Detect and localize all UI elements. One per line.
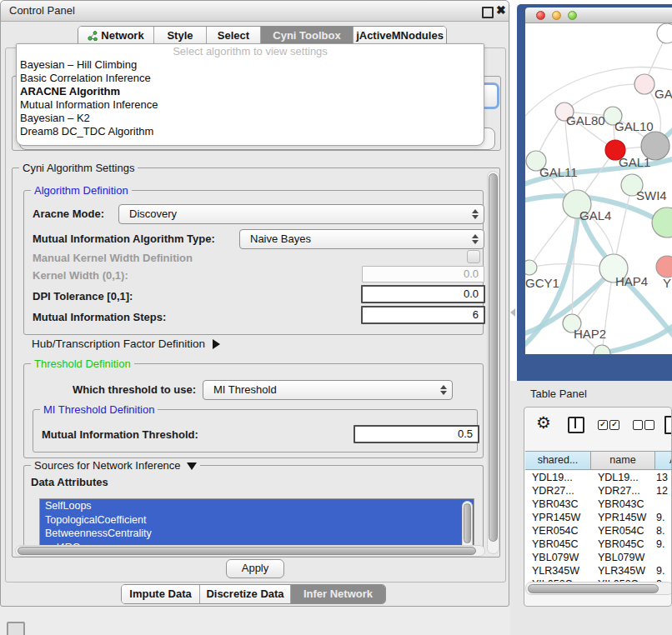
import-table-icon[interactable] [664,416,672,434]
column-header-shared-name[interactable]: shared... [525,451,591,470]
cell-name: YBR043C [598,498,653,511]
network-node[interactable] [652,208,672,238]
dpi-tolerance-input[interactable]: 0.0 [361,285,485,303]
settings-group-title: Cyni Algorithm Settings [19,162,138,174]
popup-item-basic-correlation[interactable]: Basic Correlation Inference [17,72,484,85]
collapse-down-icon[interactable] [187,462,197,470]
settings-vertical-scrollbar-thumb[interactable] [489,173,498,542]
sources-group-label: Sources for Network Inference [34,459,181,472]
cell-extra: 13 [656,471,672,484]
network-canvas[interactable]: GALGAL80GAL10GAL1GAL11SWI4GAL4GCY1HAP4YH… [525,23,672,354]
splitter-collapse-icon[interactable] [510,308,515,317]
cell-name: YLR345W [598,564,653,578]
table-row[interactable]: YER054CYER054C8. [525,524,672,538]
popup-item-bayesian-hill-climbing[interactable]: Bayesian – Hill Climbing [17,58,484,72]
table-row[interactable]: YLR345WYLR345W9. [525,564,672,578]
cell-shared-name: YDL19... [532,471,587,484]
network-node-label: GAL11 [539,165,578,179]
cell-extra: 8. [656,524,672,538]
threshold-definition-group: Threshold Definition Which threshold to … [23,363,484,458]
close-traffic-light-icon[interactable] [536,11,545,20]
minimize-traffic-light-icon[interactable] [552,11,561,20]
manual-kernel-checkbox[interactable] [467,250,480,263]
checked-checkbox-icon[interactable] [609,420,619,430]
dpi-tolerance-label: DPI Tolerance [0,1]: [33,290,133,302]
table-row[interactable]: YBR045CYBR045C9. [525,538,672,551]
data-attributes-label: Data Attributes [31,476,108,488]
tab-impute-data[interactable]: Impute Data [122,585,200,604]
popup-item-bayesian-k2[interactable]: Bayesian – K2 [17,112,484,125]
table-row[interactable]: YBL079WYBL079W [525,551,672,564]
unchecked-checkbox-icon[interactable] [644,420,654,430]
table-panel-title: Table Panel [530,388,587,400]
cell-name: YBL079W [598,551,653,564]
unchecked-checkbox-icon[interactable] [633,420,643,430]
expand-right-icon [213,339,220,349]
network-node-label: Y [663,276,671,290]
list-item-selfloops[interactable]: SelfLoops [40,499,474,513]
cell-name: YDL19... [598,471,653,484]
control-panel-titlebar: Control Panel [1,1,509,22]
settings-horizontal-scrollbar-thumb[interactable] [18,547,476,555]
aracne-mode-combobox[interactable]: Discovery [118,204,484,224]
list-item-betweennesscentrality[interactable]: BetweennessCentrality [40,527,474,541]
table-horizontal-scrollbar-thumb[interactable] [528,584,659,593]
cell-name: YBR045C [598,538,653,551]
tab-style-label: Style [167,29,193,42]
settings-vertical-scrollbar[interactable] [487,171,499,554]
mit-input[interactable]: 0.5 [354,425,479,443]
network-node[interactable] [656,256,672,278]
hub-definition-expander[interactable]: Hub/Transcription Factor Definition [32,338,220,350]
network-node[interactable] [594,345,610,354]
checked-checkbox-icon[interactable] [598,420,608,430]
mi-type-combobox[interactable]: Naive Bayes [239,229,484,249]
mi-threshold-definition-group: MI Threshold Definition Mutual Informati… [33,409,478,452]
table-row[interactable]: YBR043CYBR043C [525,498,672,511]
popup-item-dream8[interactable]: Dream8 DC_TDC Algorithm [17,125,484,138]
dock-grid-icon[interactable] [7,622,25,635]
network-node[interactable] [657,23,672,43]
cell-extra: 9. [656,564,672,578]
network-node-label: GAL1 [619,155,650,169]
mi-type-value: Naive Bayes [250,230,311,248]
tab-cyni-toolbox-label: Cyni Toolbox [273,29,340,42]
columns-icon[interactable] [568,417,584,433]
popup-item-mutual-information[interactable]: Mutual Information Inference [17,98,484,112]
table-body: YDL19...YDL19...13 YDR27...YDR27...12 YB… [525,471,672,588]
algorithm-popup: Select algorithm to view settings Bayesi… [16,43,484,146]
cell-shared-name: YBL079W [532,551,587,564]
settings-horizontal-scrollbar[interactable] [15,545,485,557]
window-title: Control Panel [9,4,75,17]
mi-steps-input[interactable]: 6 [361,306,485,324]
network-view-window: GALGAL80GAL10GAL1GAL11SWI4GAL4GCY1HAP4YH… [517,4,672,381]
table-row[interactable]: YDL19...YDL19...13 [525,471,672,484]
table-row[interactable]: YDR27...YDR27...12 [525,484,672,498]
list-vertical-scrollbar-thumb[interactable] [464,503,471,543]
table-panel: Table Panel shared... name A YDL19...YDL… [510,381,672,635]
table-row[interactable]: YPR145WYPR145W9. [525,511,672,524]
tab-impute-data-label: Impute Data [129,588,191,600]
network-node[interactable] [634,74,654,94]
popup-item-aracne[interactable]: ARACNE Algorithm [17,85,484,98]
network-node[interactable] [525,260,537,275]
list-item-topologicalcoefficient[interactable]: TopologicalCoefficient [40,513,474,528]
which-threshold-combobox[interactable]: MI Threshold [203,380,453,400]
apply-button[interactable]: Apply [226,559,284,578]
float-window-icon[interactable] [482,7,494,18]
network-graph: GALGAL80GAL10GAL1GAL11SWI4GAL4GCY1HAP4YH… [525,23,672,354]
close-icon[interactable] [496,3,506,17]
sources-group-title: Sources for Network Inference [31,459,200,472]
column-header-partial[interactable]: A [655,451,672,470]
stepper-icon [472,209,479,219]
cell-extra: 12 [656,484,672,498]
aracne-mode-label: Aracne Mode: [33,208,104,220]
mi-threshold-definition-title: MI Threshold Definition [40,403,158,416]
kernel-width-input[interactable]: 0.0 [362,266,484,282]
table-horizontal-scrollbar[interactable] [525,582,672,595]
tab-jactivemnodules-label: jActiveMNodules [356,29,444,42]
tab-discretize-data[interactable]: Discretize Data [200,585,291,604]
zoom-traffic-light-icon[interactable] [568,11,577,20]
gear-icon[interactable] [536,412,551,432]
tab-infer-network[interactable]: Infer Network [291,585,385,604]
column-header-name[interactable]: name [591,451,655,470]
